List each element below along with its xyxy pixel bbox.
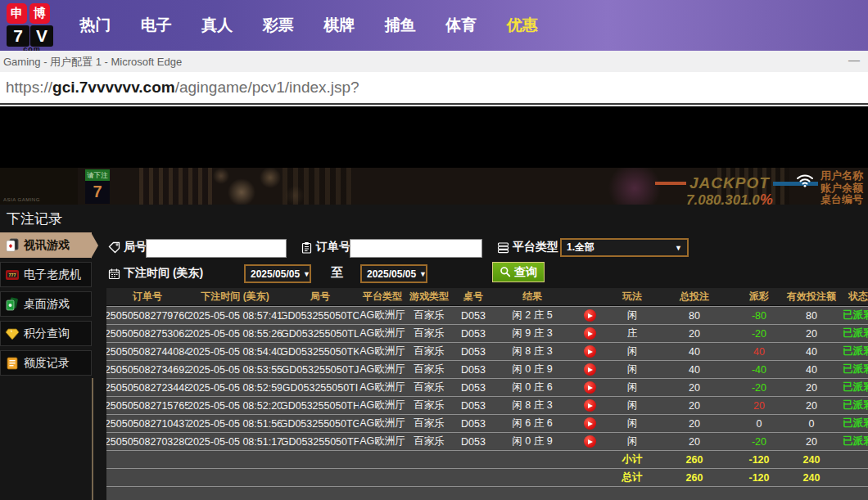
cell-platform: AG欧洲厅 xyxy=(359,361,406,378)
cell-table-no: D053 xyxy=(452,325,495,342)
table-row: 250505082734692 2025-05-05 08:53:55 GD05… xyxy=(106,360,868,378)
jackpot-value: 7,080,301.0% xyxy=(686,191,773,205)
cell-status: 已派彩 xyxy=(839,415,868,432)
cell-payout: -20 xyxy=(734,433,784,450)
cell-video xyxy=(570,361,609,378)
cell-round-no: GD053255050TI xyxy=(282,379,359,396)
cell-bet-time: 2025-05-05 08:54:40 xyxy=(188,343,282,360)
video-games-icon xyxy=(5,238,20,253)
cell-bet-side: 闲 xyxy=(609,415,655,432)
tag-icon xyxy=(108,241,120,254)
nav-item-hot[interactable]: 热门 xyxy=(65,15,126,36)
play-video-button[interactable] xyxy=(584,399,596,412)
cell-round-no: GD053255050TO xyxy=(282,307,359,324)
play-icon xyxy=(588,349,593,354)
empty-row xyxy=(106,486,868,500)
play-video-button[interactable] xyxy=(584,327,596,340)
video-black-area xyxy=(0,105,868,168)
play-video-button[interactable] xyxy=(584,345,596,358)
chevron-down-icon: ▼ xyxy=(675,244,682,252)
order-no-input[interactable] xyxy=(350,239,482,258)
play-video-button[interactable] xyxy=(584,417,596,430)
nav-item-chess[interactable]: 棋牌 xyxy=(309,15,370,36)
col-header-game: 游戏类型 xyxy=(406,288,452,305)
cell-bet-time: 2025-05-05 08:55:26 xyxy=(188,325,282,342)
cell-video xyxy=(570,397,609,414)
nav-item-fishing[interactable]: 捕鱼 xyxy=(370,15,432,36)
nav-item-sports[interactable]: 体育 xyxy=(431,15,492,36)
logo-badges: 申 博 xyxy=(7,3,57,24)
cell-order-no: 250505082744084 xyxy=(106,343,188,360)
jackpot-suffix: % xyxy=(760,191,773,205)
cell-table-no: D053 xyxy=(452,397,495,414)
nav-item-promo[interactable]: 优惠 xyxy=(492,15,554,36)
cell-table-no: D053 xyxy=(452,379,495,396)
play-video-button[interactable] xyxy=(584,363,596,376)
cell-payout: -40 xyxy=(734,361,784,378)
cell-platform: AG欧洲厅 xyxy=(359,307,406,324)
site-logo[interactable]: 申 博 7 V com xyxy=(7,3,57,51)
nav-item-electronic[interactable]: 电子 xyxy=(126,15,188,36)
cell-status: 已派彩 xyxy=(839,361,868,378)
subtotal-row: 小计 260 -120 240 xyxy=(106,450,868,468)
date-from-value: 2025/05/05 xyxy=(251,268,300,280)
cell-order-no: 250505082723448 xyxy=(106,379,188,396)
col-header-platform: 平台类型 xyxy=(359,288,406,305)
browser-url-bar[interactable]: https://gci.7vvvvvv.com/agingame/pcv1/in… xyxy=(0,72,868,105)
calendar-icon xyxy=(108,268,120,280)
sidebar-item-quota-records[interactable]: 额度记录 xyxy=(0,350,92,376)
cell-platform: AG欧洲厅 xyxy=(359,415,406,432)
play-video-button[interactable] xyxy=(584,435,596,448)
cell-total-bet: 20 xyxy=(655,415,734,432)
search-button-label: 查询 xyxy=(514,265,537,280)
site-nav-items: 热门 电子 真人 彩票 棋牌 捕鱼 体育 优惠 xyxy=(65,0,553,51)
cell-platform: AG欧洲厅 xyxy=(359,343,406,360)
cell-video xyxy=(570,433,609,450)
cell-platform: AG欧洲厅 xyxy=(359,379,406,396)
cell-platform: AG欧洲厅 xyxy=(359,397,406,414)
platform-type-label: 平台类型 xyxy=(497,240,558,255)
clipboard-icon xyxy=(301,241,313,254)
cell-platform: AG欧洲厅 xyxy=(359,433,406,450)
svg-text:777: 777 xyxy=(8,273,16,277)
cell-game-type: 百家乐 xyxy=(406,433,452,450)
date-to-select[interactable]: 2025/05/05 ▼ xyxy=(360,264,427,283)
bet-countdown: 7 xyxy=(85,181,110,204)
nav-item-live[interactable]: 真人 xyxy=(187,15,248,36)
nav-item-lottery[interactable]: 彩票 xyxy=(248,15,310,36)
play-video-button[interactable] xyxy=(584,309,596,322)
site-nav-bar: 申 博 7 V com 热门 电子 真人 彩票 棋牌 捕鱼 体育 优惠 xyxy=(0,0,868,51)
sidebar-item-table-games[interactable]: 桌面游戏 xyxy=(0,291,92,317)
url-path: /agingame/pcv1/index.jsp? xyxy=(175,79,359,96)
cell-order-no: 250505082715765 xyxy=(106,397,188,414)
cell-bet-time: 2025-05-05 08:51:56 xyxy=(188,415,282,432)
platform-type-value: 1.全部 xyxy=(567,241,594,255)
col-header-video xyxy=(570,288,609,305)
sidebar-item-slots[interactable]: 777 电子老虎机 xyxy=(0,262,92,287)
cell-table-no: D053 xyxy=(452,343,495,360)
cell-valid-bet: 40 xyxy=(784,361,839,378)
platform-type-select[interactable]: 1.全部 ▼ xyxy=(560,238,689,257)
cell-payout: -20 xyxy=(734,325,784,342)
sidebar-item-video-games[interactable]: 视讯游戏 xyxy=(0,232,92,258)
cell-payout: -20 xyxy=(734,379,784,396)
browser-title-bar: Gaming - 用户配置 1 - Microsoft Edge — xyxy=(0,51,868,72)
cell-result: 闲 0 庄 6 xyxy=(495,379,570,396)
cell-round-no: GD053255050TG xyxy=(282,415,359,432)
search-button[interactable]: 查询 xyxy=(492,262,545,282)
logo-badge-shen: 申 xyxy=(7,3,27,24)
cell-result: 闲 0 庄 9 xyxy=(495,433,570,450)
quota-records-icon xyxy=(5,356,20,371)
cell-video xyxy=(570,343,609,360)
play-video-button[interactable] xyxy=(584,381,596,394)
col-header-time: 下注时间 (美东) xyxy=(188,288,282,305)
round-no-input[interactable] xyxy=(146,239,287,258)
cell-status: 已派彩 xyxy=(839,397,868,414)
cell-result: 闲 6 庄 6 xyxy=(495,415,570,432)
sidebar-item-label: 电子老虎机 xyxy=(24,268,81,282)
minimize-button[interactable]: — xyxy=(842,51,865,72)
cell-status: 已派彩 xyxy=(839,343,868,360)
cell-round-no: GD053255050TJ xyxy=(282,361,359,378)
sidebar-item-points-query[interactable]: 积分查询 xyxy=(0,321,92,346)
date-from-select[interactable]: 2025/05/05 ▼ xyxy=(244,264,311,283)
